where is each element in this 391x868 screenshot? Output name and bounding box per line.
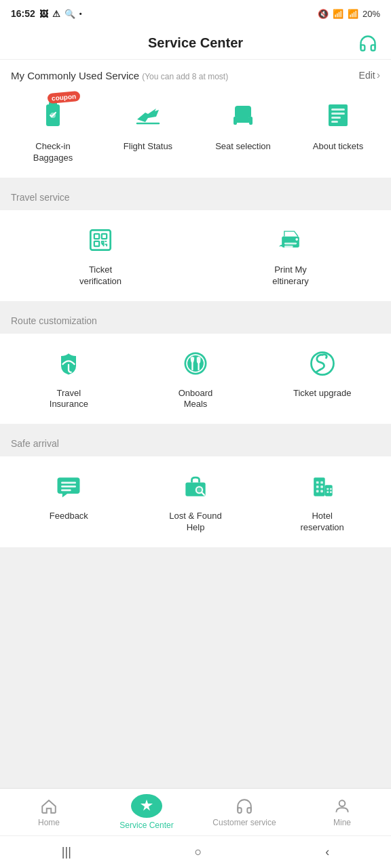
service-item-travelinsurance[interactable]: TravelInsurance [5,344,132,411]
android-home-button[interactable]: ○ [195,845,202,859]
headset-icon[interactable] [356,31,380,56]
svg-rect-2 [43,108,46,113]
svg-rect-3 [60,108,62,113]
common-used-header: My Commonly Used Service (You can add 8 … [0,60,391,88]
svg-rect-40 [316,481,319,484]
onboard-meals-icon [181,349,210,378]
svg-rect-9 [249,117,253,125]
service-item-flightstatus[interactable]: Flight Status [107,95,189,164]
safe-arrival-divider: Safe arrival [0,429,391,456]
service-item-seatselection[interactable]: Seat selection [202,95,284,164]
svg-rect-13 [331,117,341,119]
mine-icon [333,797,351,815]
service-center-nav-bg [131,794,162,818]
android-navigation: ||| ○ ‹ [0,835,391,868]
checkin-label: Check-inBaggages [33,141,73,164]
ticket-verification-icon [86,225,115,255]
page-title: Service Center [148,35,243,51]
home-icon [40,797,58,815]
svg-rect-8 [234,117,237,125]
route-customization-divider: Route customization [0,307,391,334]
lostandfound-label: Lost & FoundHelp [169,511,221,534]
svg-rect-10 [329,104,348,126]
travel-service-title: Travel service [11,192,70,203]
chevron-right-icon: › [377,69,380,81]
service-item-checkin[interactable]: coupon Check-inBaggages [12,95,94,164]
svg-rect-15 [90,230,110,250]
service-center-nav-icon [138,798,155,814]
travel-service-grid: Ticketverification Print Myeltinerary [0,210,391,301]
safe-arrival-grid: Feedback Lost & FoundHelp [0,456,391,547]
nav-label-home: Home [38,818,60,827]
service-item-onboardmeals[interactable]: OnboardMeals [132,344,259,411]
svg-rect-21 [284,245,293,248]
nav-item-home[interactable]: Home [0,789,98,835]
service-item-ticketverification[interactable]: Ticketverification [5,221,196,288]
android-menu-button[interactable]: ||| [62,845,71,859]
common-used-section: My Commonly Used Service (You can add 8 … [0,60,391,178]
common-used-title: My Commonly Used Service [11,70,139,81]
travel-service-divider: Travel service [0,183,391,210]
svg-rect-46 [327,488,329,490]
safe-arrival-section: Feedback Lost & FoundHelp [0,456,391,547]
status-time: 16:52 🖼 ⚠ 🔍 • [11,8,82,19]
service-item-printitinerary[interactable]: Print Myeltinerary [196,221,386,288]
nav-item-customerservice[interactable]: Customer service [196,789,293,835]
customer-service-icon [236,797,253,815]
nav-label-mine: Mine [333,818,351,827]
service-item-hotelreservation[interactable]: Hotelreservation [259,467,386,534]
status-bar: 16:52 🖼 ⚠ 🔍 • 🔇 📶 📶 20% [0,0,391,27]
svg-rect-47 [330,488,332,490]
svg-rect-12 [331,113,345,115]
print-itinerary-icon [276,225,305,255]
ticketverification-label: Ticketverification [79,264,122,288]
svg-rect-45 [320,490,323,493]
svg-rect-18 [94,241,99,246]
service-item-feedback[interactable]: Feedback [5,467,132,534]
lost-found-icon [181,471,210,501]
nav-item-mine[interactable]: Mine [293,789,391,835]
svg-rect-11 [331,108,345,111]
edit-button[interactable]: Edit › [359,69,380,81]
checkin-baggages-icon [37,99,69,132]
svg-rect-16 [94,234,99,239]
route-customization-grid: TravelInsurance OnboardMeals [0,334,391,425]
coupon-badge: coupon [47,91,80,104]
svg-rect-38 [314,478,325,497]
about-tickets-icon [322,99,354,132]
seatselection-label: Seat selection [215,141,271,153]
service-item-ticketupgrade[interactable]: Ticket upgrade [259,344,386,411]
service-item-lostandfound[interactable]: Lost & FoundHelp [132,467,259,534]
svg-rect-44 [316,490,319,493]
travelinsurance-label: TravelInsurance [50,388,88,411]
svg-marker-33 [62,494,67,498]
nav-item-servicecenter[interactable]: Service Center [98,789,196,835]
abouttickets-label: About tickets [313,141,363,153]
bottom-navigation: Home Service Center Customer service Min… [0,788,391,835]
svg-rect-32 [61,490,71,492]
svg-rect-6 [235,106,251,118]
status-icons: 🔇 📶 📶 20% [318,9,380,19]
svg-rect-39 [324,486,332,497]
svg-rect-42 [316,486,319,488]
svg-rect-17 [102,234,107,239]
svg-rect-49 [330,492,332,494]
svg-rect-41 [320,481,323,484]
android-back-button[interactable]: ‹ [325,845,329,859]
ticket-upgrade-icon [308,349,337,378]
travel-service-section: Ticketverification Print Myeltinerary [0,210,391,301]
service-item-abouttickets[interactable]: About tickets [297,95,379,164]
flightstatus-label: Flight Status [124,141,172,153]
svg-rect-43 [320,486,323,488]
svg-rect-48 [327,492,329,494]
svg-point-22 [295,238,298,241]
nav-label-customerservice: Customer service [212,818,276,827]
svg-point-50 [339,800,346,806]
flight-status-icon [132,99,164,132]
svg-rect-14 [331,121,338,123]
seat-selection-icon [227,99,259,132]
safe-arrival-title: Safe arrival [11,438,59,449]
printitinerary-label: Print Myeltinerary [272,264,308,288]
scroll-area: My Commonly Used Service (You can add 8 … [0,60,391,788]
common-service-grid: coupon Check-inBaggages Flight Status [0,88,391,178]
